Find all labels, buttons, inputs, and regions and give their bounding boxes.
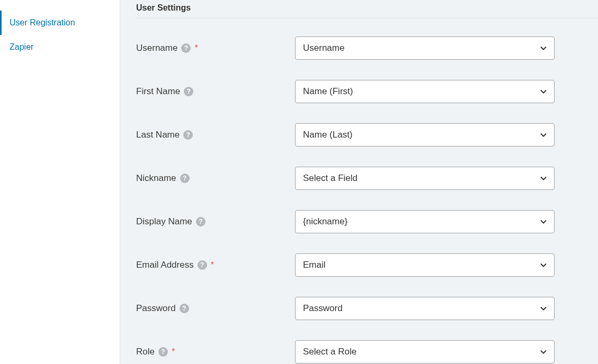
field-label-wrap: Display Name ?	[136, 216, 295, 227]
field-label: Username	[136, 43, 177, 53]
sidebar-item-label: Zapier	[10, 42, 33, 51]
field-row-email-address: Email Address ? * Email	[136, 253, 598, 277]
help-icon[interactable]: ?	[183, 130, 193, 140]
first-name-select[interactable]: Name (First)	[295, 80, 555, 103]
username-select[interactable]: Username	[295, 37, 555, 60]
last-name-select[interactable]: Name (Last)	[295, 123, 555, 147]
sidebar: User Registration Zapier	[0, 0, 120, 364]
field-row-nickname: Nickname ? Select a Field	[136, 167, 598, 190]
select-value: Password	[303, 303, 343, 314]
field-row-password: Password ? Password	[136, 297, 598, 320]
field-label-wrap: Last Name ?	[136, 130, 295, 140]
sidebar-item-zapier[interactable]: Zapier	[0, 35, 120, 59]
field-label: Display Name	[136, 216, 192, 227]
select-wrap: Email	[295, 253, 555, 277]
field-label-wrap: Role ? *	[136, 347, 295, 357]
display-name-select[interactable]: {nickname}	[295, 210, 555, 233]
select-wrap: Name (Last)	[295, 123, 555, 147]
sidebar-item-user-registration[interactable]: User Registration	[0, 11, 120, 35]
main-content: User Settings Username ? * Username Firs…	[120, 0, 598, 364]
field-label-wrap: Username ? *	[136, 43, 295, 53]
select-value: Username	[303, 43, 344, 53]
field-row-last-name: Last Name ? Name (Last)	[136, 123, 598, 147]
help-icon[interactable]: ?	[198, 260, 207, 270]
field-label-wrap: Email Address ? *	[136, 260, 295, 270]
field-label-wrap: First Name ?	[136, 86, 295, 97]
field-label: Nickname	[136, 173, 176, 184]
field-label: First Name	[136, 86, 180, 97]
field-label: Password	[136, 303, 176, 314]
select-value: Select a Field	[303, 173, 358, 184]
required-marker: *	[194, 43, 198, 53]
select-wrap: Password	[295, 297, 555, 320]
select-value: Email	[303, 260, 326, 270]
role-select[interactable]: Select a Role	[295, 340, 555, 363]
email-address-select[interactable]: Email	[295, 253, 555, 277]
field-label: Email Address	[136, 260, 194, 270]
field-label-wrap: Password ?	[136, 303, 295, 314]
select-value: Name (Last)	[303, 130, 353, 140]
sidebar-item-label: User Registration	[10, 18, 75, 27]
select-wrap: Select a Role	[295, 340, 555, 363]
password-select[interactable]: Password	[295, 297, 555, 320]
field-row-role: Role ? * Select a Role	[136, 340, 598, 363]
help-icon[interactable]: ?	[180, 174, 190, 183]
select-wrap: Username	[295, 37, 555, 60]
required-marker: *	[211, 260, 214, 270]
select-value: {nickname}	[303, 216, 347, 227]
required-marker: *	[172, 347, 175, 357]
select-wrap: Select a Field	[295, 167, 555, 190]
field-label: Role	[136, 347, 155, 357]
help-icon[interactable]: ?	[180, 304, 189, 313]
select-wrap: {nickname}	[295, 210, 555, 233]
select-value: Name (First)	[303, 86, 353, 97]
nickname-select[interactable]: Select a Field	[295, 167, 555, 190]
section-title: User Settings	[136, 3, 598, 19]
field-row-display-name: Display Name ? {nickname}	[136, 210, 598, 233]
field-label-wrap: Nickname ?	[136, 173, 295, 184]
select-wrap: Name (First)	[295, 80, 555, 103]
help-icon[interactable]: ?	[184, 87, 193, 96]
help-icon[interactable]: ?	[196, 217, 206, 226]
help-icon[interactable]: ?	[181, 43, 191, 53]
field-row-first-name: First Name ? Name (First)	[136, 80, 598, 103]
select-value: Select a Role	[303, 347, 356, 357]
field-label: Last Name	[136, 130, 180, 140]
help-icon[interactable]: ?	[158, 347, 168, 357]
field-row-username: Username ? * Username	[136, 37, 598, 60]
